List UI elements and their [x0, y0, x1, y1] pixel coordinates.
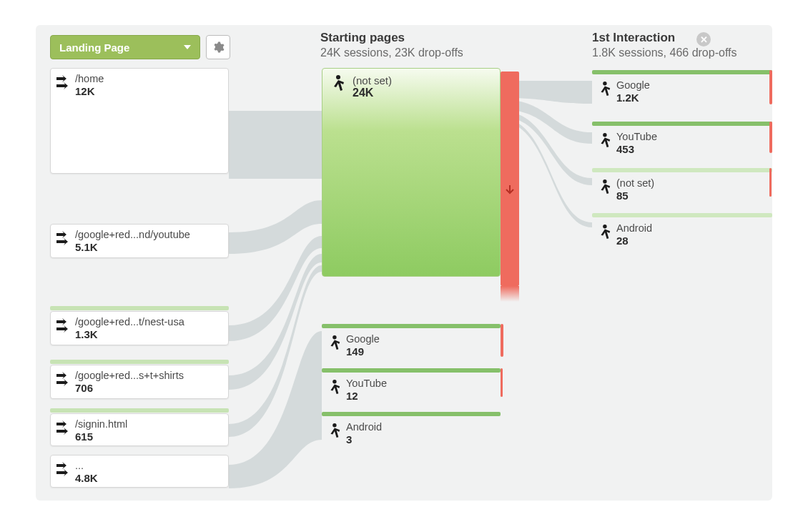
- node-value: 85: [616, 189, 654, 203]
- dropoff-bar-small: [501, 368, 503, 397]
- landing-node-signin[interactable]: /signin.html 615: [50, 413, 229, 446]
- node-label: /google+red...t/nest-usa: [75, 316, 184, 328]
- node-label: Google: [616, 79, 650, 92]
- node-bar: [50, 360, 229, 364]
- svg-point-3: [332, 423, 336, 427]
- starting-node-notset[interactable]: (not set) 24K: [322, 68, 501, 277]
- node-bar: [50, 306, 229, 310]
- node-label: /google+red...nd/youtube: [75, 229, 190, 241]
- person-walk-icon: [596, 222, 612, 242]
- node-bar: [50, 408, 229, 413]
- svg-point-1: [332, 335, 336, 339]
- node-value: 4.8K: [75, 472, 98, 486]
- person-walk-icon: [596, 131, 612, 151]
- landing-node-home[interactable]: /home 12K: [50, 68, 229, 174]
- person-walk-icon: [326, 421, 342, 441]
- node-value: 3: [346, 433, 382, 447]
- svg-point-4: [603, 82, 606, 85]
- node-value: 453: [616, 143, 657, 157]
- settings-button[interactable]: [206, 35, 230, 59]
- person-walk-icon: [596, 177, 612, 197]
- node-label: Google: [346, 333, 380, 345]
- through-traffic-icon: [55, 460, 71, 480]
- column-header-first-interaction: 1st Interaction 1.8K sessions, 466 drop-…: [592, 31, 737, 59]
- node-value: 5.1K: [75, 241, 190, 255]
- person-walk-icon: [596, 79, 612, 99]
- node-bar: [322, 368, 501, 373]
- through-traffic-icon: [55, 73, 71, 93]
- column-subtitle: 1.8K sessions, 466 drop-offs: [592, 46, 737, 59]
- landing-node-youtube[interactable]: /google+red...nd/youtube 5.1K: [50, 224, 229, 258]
- person-walk-icon: [326, 378, 342, 398]
- starting-node-youtube[interactable]: YouTube 12: [322, 373, 501, 406]
- through-traffic-icon: [55, 370, 71, 390]
- interaction-node-notset[interactable]: (not set) 85: [592, 173, 771, 206]
- dropoff-bar: [501, 72, 519, 286]
- interaction-node-youtube[interactable]: YouTube 453: [592, 127, 771, 159]
- dropoff-arrow-icon: [504, 184, 516, 195]
- starting-node-android[interactable]: Android 3: [322, 417, 501, 450]
- node-bar: [322, 324, 501, 328]
- svg-point-7: [603, 225, 606, 228]
- node-value: 12K: [75, 85, 104, 99]
- starting-node-google[interactable]: Google 149: [322, 329, 501, 362]
- column-subtitle: 24K sessions, 23K drop-offs: [320, 46, 463, 59]
- node-label: YouTube: [616, 131, 657, 143]
- column-header-starting: Starting pages 24K sessions, 23K drop-of…: [320, 31, 463, 59]
- dimension-dropdown-label: Landing Page: [59, 41, 129, 54]
- node-value: 12: [346, 390, 387, 403]
- svg-point-2: [332, 380, 336, 383]
- dropoff-bar-small: [501, 324, 503, 357]
- dropoff-fade: [501, 286, 519, 302]
- node-bar: [592, 122, 772, 126]
- node-value: 1.2K: [616, 92, 650, 105]
- chevron-down-icon: [184, 45, 191, 49]
- interaction-node-google[interactable]: Google 1.2K: [592, 75, 771, 108]
- column-title: Starting pages: [320, 31, 463, 45]
- node-bar: [322, 412, 501, 416]
- through-traffic-icon: [55, 229, 71, 249]
- landing-node-nest[interactable]: /google+red...t/nest-usa 1.3K: [50, 311, 229, 345]
- interaction-node-android[interactable]: Android 28: [592, 218, 771, 251]
- node-value: 149: [346, 345, 380, 359]
- node-label: /google+red...s+t+shirts: [75, 370, 184, 382]
- landing-node-tshirts[interactable]: /google+red...s+t+shirts 706: [50, 365, 229, 399]
- node-label: (not set): [353, 74, 392, 87]
- behavior-flow-container: Landing Page Starting pages 24K sessions…: [36, 25, 772, 501]
- svg-point-6: [603, 179, 606, 183]
- node-label: ...: [75, 460, 98, 472]
- column-title: 1st Interaction: [592, 31, 737, 45]
- close-icon: ✕: [700, 34, 708, 45]
- node-label: YouTube: [346, 378, 387, 390]
- svg-point-5: [603, 133, 606, 137]
- node-value: 24K: [353, 87, 392, 99]
- landing-node-other[interactable]: ... 4.8K: [50, 455, 229, 488]
- remove-column-button[interactable]: ✕: [696, 32, 711, 46]
- svg-point-0: [336, 75, 340, 79]
- through-traffic-icon: [55, 418, 71, 438]
- node-bar: [592, 70, 772, 74]
- node-value: 1.3K: [75, 328, 184, 342]
- node-value: 28: [616, 235, 652, 248]
- person-walk-icon: [326, 333, 342, 353]
- through-traffic-icon: [55, 316, 71, 336]
- node-label: /home: [75, 73, 104, 85]
- node-bar: [592, 168, 772, 172]
- node-label: Android: [616, 222, 652, 235]
- gear-icon: [212, 41, 225, 54]
- node-bar: [592, 213, 772, 217]
- node-value: 706: [75, 382, 184, 395]
- node-label: /signin.html: [75, 418, 127, 430]
- node-label: (not set): [616, 177, 654, 189]
- node-label: Android: [346, 421, 382, 433]
- node-value: 615: [75, 430, 127, 444]
- dimension-dropdown[interactable]: Landing Page: [50, 35, 200, 59]
- person-walk-icon: [330, 74, 347, 94]
